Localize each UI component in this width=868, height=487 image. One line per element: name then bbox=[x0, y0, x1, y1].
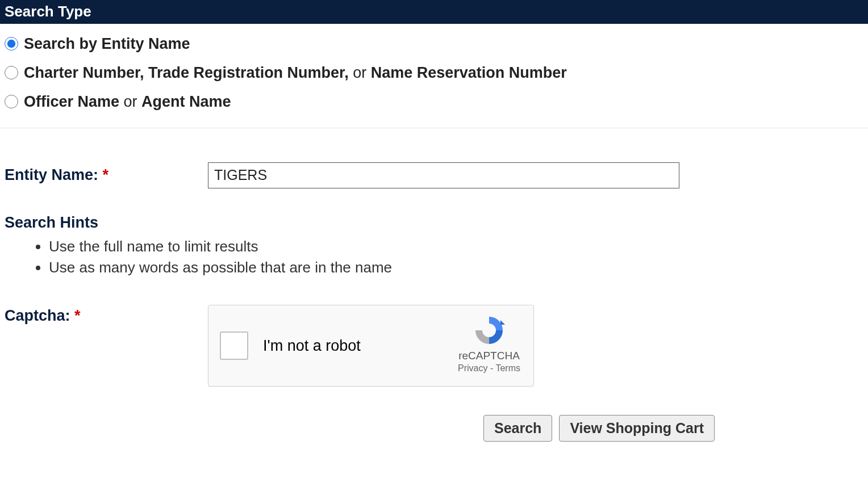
radio-number-b1: Charter Number, Trade Registration Numbe… bbox=[24, 64, 349, 81]
radio-charter-number[interactable] bbox=[5, 66, 18, 79]
entity-name-label-text: Entity Name: bbox=[5, 166, 98, 183]
radio-officer-name[interactable] bbox=[5, 95, 18, 108]
svg-marker-0 bbox=[500, 320, 505, 325]
hint-item: Use the full name to limit results bbox=[49, 236, 863, 258]
recaptcha-logo-icon bbox=[472, 314, 506, 346]
radio-entity-name-label[interactable]: Search by Entity Name bbox=[24, 35, 190, 53]
search-hints: Search Hints Use the full name to limit … bbox=[0, 214, 868, 279]
recaptcha-link-dash: - bbox=[487, 363, 495, 373]
recaptcha-terms-link[interactable]: Terms bbox=[495, 363, 520, 373]
radio-officer-name-label[interactable]: Officer Name or Agent Name bbox=[24, 93, 231, 111]
captcha-label-text: Captcha: bbox=[5, 307, 70, 324]
radio-entity-bold: Search by Entity Name bbox=[24, 35, 190, 52]
recaptcha-checkbox[interactable] bbox=[220, 331, 248, 360]
radio-entity-name[interactable] bbox=[5, 37, 18, 51]
search-type-radio-group: Search by Entity Name Charter Number, Tr… bbox=[0, 24, 868, 128]
radio-number-or: or bbox=[349, 64, 371, 81]
view-cart-button[interactable]: View Shopping Cart bbox=[559, 415, 715, 442]
recaptcha-privacy-link[interactable]: Privacy bbox=[458, 363, 487, 373]
radio-option-number: Charter Number, Trade Registration Numbe… bbox=[5, 64, 863, 82]
entity-name-label: Entity Name: * bbox=[5, 166, 208, 184]
captcha-label: Captcha: * bbox=[5, 305, 208, 325]
radio-officer-b2: Agent Name bbox=[141, 93, 231, 110]
radio-officer-b1: Officer Name bbox=[24, 93, 119, 110]
section-header: Search Type bbox=[0, 0, 868, 24]
required-asterisk: * bbox=[74, 307, 81, 324]
radio-charter-number-label[interactable]: Charter Number, Trade Registration Numbe… bbox=[24, 64, 567, 82]
hint-item: Use as many words as possible that are i… bbox=[49, 257, 863, 279]
entity-name-input[interactable] bbox=[208, 162, 679, 188]
search-hints-title: Search Hints bbox=[5, 214, 863, 232]
recaptcha-branding: reCAPTCHA Privacy - Terms bbox=[455, 314, 523, 373]
entity-name-row: Entity Name: * bbox=[0, 162, 868, 188]
recaptcha-not-robot-text: I'm not a robot bbox=[263, 337, 361, 355]
radio-option-entity: Search by Entity Name bbox=[5, 35, 863, 53]
search-button[interactable]: Search bbox=[483, 415, 552, 442]
radio-option-officer: Officer Name or Agent Name bbox=[5, 93, 863, 111]
action-buttons: Search View Shopping Cart bbox=[479, 415, 868, 442]
captcha-row: Captcha: * I'm not a robot reCAPTCHA Pri… bbox=[0, 305, 868, 387]
recaptcha-widget: I'm not a robot reCAPTCHA Privacy - Term… bbox=[208, 305, 534, 387]
radio-number-b2: Name Reservation Number bbox=[371, 64, 567, 81]
recaptcha-brand-text: reCAPTCHA bbox=[455, 350, 523, 362]
required-asterisk: * bbox=[103, 166, 109, 183]
hints-list: Use the full name to limit results Use a… bbox=[5, 236, 863, 279]
recaptcha-links: Privacy - Terms bbox=[455, 363, 523, 373]
radio-officer-or: or bbox=[119, 93, 141, 110]
